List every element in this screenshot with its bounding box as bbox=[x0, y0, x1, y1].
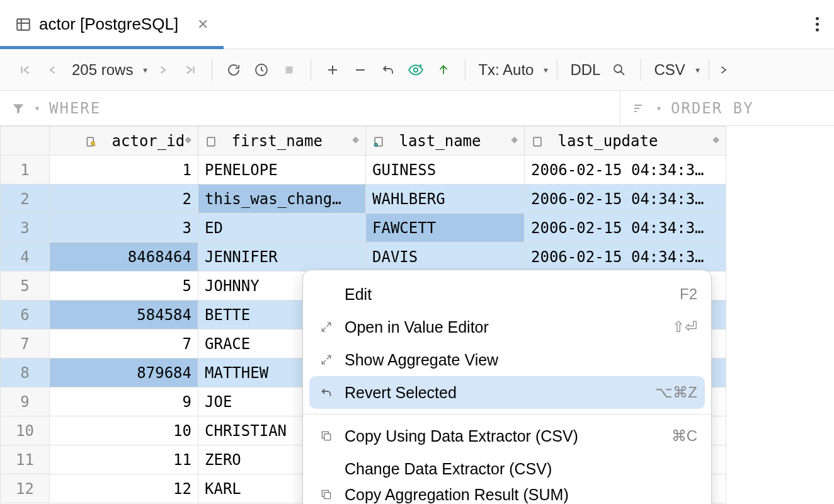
sort-icon: ◆ bbox=[511, 132, 518, 146]
row-number[interactable]: 3 bbox=[1, 214, 50, 243]
cell-id[interactable]: 584584 bbox=[50, 301, 198, 329]
filter-bar: ▾ WHERE ▾ ORDER BY bbox=[0, 91, 834, 126]
reload-button[interactable] bbox=[221, 57, 246, 83]
cell-id[interactable]: 8468464 bbox=[50, 243, 198, 272]
expand-icon bbox=[317, 353, 336, 366]
row-number[interactable]: 9 bbox=[1, 387, 50, 416]
svg-rect-7 bbox=[207, 137, 215, 146]
menu-open-value-editor[interactable]: Open in Value Editor ⇧⏎ bbox=[303, 311, 711, 343]
chevron-down-icon: ▾ bbox=[695, 65, 700, 75]
cell-id[interactable]: 3 bbox=[50, 214, 198, 243]
svg-point-9 bbox=[374, 143, 377, 146]
cell-first[interactable]: ED bbox=[198, 214, 366, 243]
export-button[interactable]: CSV bbox=[650, 61, 688, 79]
copy-icon bbox=[317, 488, 336, 501]
row-number[interactable]: 8 bbox=[1, 358, 50, 387]
row-number[interactable]: 11 bbox=[1, 445, 50, 474]
table-row[interactable]: 33EDFAWCETT2006-02-15 04:34:3… bbox=[1, 214, 726, 243]
column-header-last-update[interactable]: last_update ◆ bbox=[525, 127, 726, 156]
remove-row-button[interactable] bbox=[348, 57, 373, 83]
svg-point-4 bbox=[614, 65, 622, 72]
chevron-down-icon: ▾ bbox=[544, 65, 548, 75]
last-page-button[interactable] bbox=[178, 57, 203, 83]
stop-button[interactable] bbox=[277, 57, 302, 83]
cell-id[interactable]: 9 bbox=[50, 387, 198, 416]
first-page-button[interactable] bbox=[13, 57, 38, 83]
row-number[interactable]: 2 bbox=[1, 185, 50, 214]
more-menu-button[interactable] bbox=[801, 17, 834, 32]
cell-update[interactable]: 2006-02-15 04:34:3… bbox=[525, 185, 726, 214]
sort-icon: ◆ bbox=[352, 132, 359, 146]
cell-id[interactable]: 7 bbox=[50, 329, 198, 358]
menu-copy-extractor[interactable]: Copy Using Data Extractor (CSV) ⌘C bbox=[303, 420, 711, 452]
submit-button[interactable] bbox=[431, 57, 456, 83]
table-row[interactable]: 11PENELOPEGUINESS2006-02-15 04:34:3… bbox=[1, 156, 726, 185]
cell-id[interactable]: 10 bbox=[50, 416, 198, 445]
filter-icon bbox=[11, 101, 25, 115]
svg-point-3 bbox=[414, 67, 418, 72]
cell-id[interactable]: 879684 bbox=[50, 358, 198, 387]
menu-copy-aggregation[interactable]: Copy Aggregation Result (SUM) bbox=[303, 485, 711, 504]
cell-update[interactable]: 2006-02-15 04:34:3… bbox=[525, 214, 726, 243]
table-row[interactable]: 22this_was_chang…WAHLBERG2006-02-15 04:3… bbox=[1, 185, 726, 214]
context-menu: Edit F2 Open in Value Editor ⇧⏎ Show Agg… bbox=[302, 270, 712, 504]
cell-first[interactable]: JENNIFER bbox=[198, 243, 366, 272]
row-number[interactable]: 4 bbox=[1, 243, 50, 272]
tab-actor[interactable]: actor [PostgreSQL] ✕ bbox=[0, 0, 224, 49]
cell-id[interactable]: 11 bbox=[50, 445, 198, 474]
preview-button[interactable] bbox=[403, 57, 428, 83]
row-number[interactable]: 5 bbox=[1, 272, 50, 301]
orderby-filter[interactable]: ▾ ORDER BY bbox=[620, 91, 834, 125]
add-row-button[interactable] bbox=[320, 57, 345, 83]
column-header-last-name[interactable]: last_name ◆ bbox=[366, 127, 525, 156]
menu-edit[interactable]: Edit F2 bbox=[303, 278, 711, 311]
orderby-label: ORDER BY bbox=[671, 100, 754, 117]
column-icon bbox=[205, 135, 217, 148]
row-number[interactable]: 10 bbox=[1, 416, 50, 445]
cell-update[interactable]: 2006-02-15 04:34:3… bbox=[525, 156, 726, 185]
svg-rect-11 bbox=[324, 434, 331, 440]
search-button[interactable] bbox=[607, 57, 632, 83]
cell-id[interactable]: 2 bbox=[50, 185, 198, 214]
tx-mode-button[interactable]: Tx: Auto bbox=[474, 61, 537, 79]
corner-cell[interactable] bbox=[1, 127, 50, 156]
sort-icon bbox=[632, 101, 647, 116]
where-filter[interactable]: ▾ WHERE bbox=[0, 91, 620, 125]
row-number[interactable]: 7 bbox=[1, 329, 50, 358]
cell-last[interactable]: GUINESS bbox=[366, 156, 525, 185]
menu-change-extractor[interactable]: Change Data Extractor (CSV) bbox=[303, 452, 711, 485]
cell-last[interactable]: DAVIS bbox=[366, 243, 525, 272]
cell-first[interactable]: this_was_chang… bbox=[198, 185, 366, 214]
row-number[interactable]: 6 bbox=[1, 301, 50, 329]
table-icon bbox=[15, 16, 31, 33]
cell-last[interactable]: FAWCETT bbox=[366, 214, 525, 243]
key-column-icon bbox=[85, 135, 98, 148]
cell-id[interactable]: 1 bbox=[50, 156, 198, 185]
cell-id[interactable]: 12 bbox=[50, 474, 198, 503]
cell-id[interactable]: 5 bbox=[50, 272, 198, 301]
cell-last[interactable]: WAHLBERG bbox=[366, 185, 525, 214]
more-toolbar-button[interactable] bbox=[711, 57, 736, 83]
close-icon[interactable]: ✕ bbox=[197, 16, 208, 33]
schedule-button[interactable] bbox=[249, 57, 274, 83]
menu-revert-selected[interactable]: Revert Selected ⌥⌘Z bbox=[309, 376, 705, 409]
row-count-label[interactable]: 205 rows bbox=[68, 61, 137, 79]
menu-aggregate-view[interactable]: Show Aggregate View bbox=[303, 343, 711, 376]
prev-page-button[interactable] bbox=[40, 57, 66, 83]
revert-button[interactable] bbox=[375, 57, 401, 83]
ddl-button[interactable]: DDL bbox=[566, 61, 604, 79]
table-row[interactable]: 48468464JENNIFERDAVIS2006-02-15 04:34:3… bbox=[1, 243, 726, 272]
column-header-actor-id[interactable]: actor_id ◆ bbox=[50, 127, 198, 156]
header-row: actor_id ◆ first_name ◆ last_name ◆ last… bbox=[1, 127, 726, 156]
cell-update[interactable]: 2006-02-15 04:34:3… bbox=[525, 243, 726, 272]
next-page-button[interactable] bbox=[150, 57, 175, 83]
column-icon bbox=[531, 135, 544, 148]
tab-title: actor [PostgreSQL] bbox=[39, 14, 178, 34]
column-header-first-name[interactable]: first_name ◆ bbox=[198, 127, 366, 156]
row-number[interactable]: 12 bbox=[1, 474, 50, 503]
cell-first[interactable]: PENELOPE bbox=[198, 156, 366, 185]
row-number[interactable]: 1 bbox=[1, 156, 50, 185]
copy-icon bbox=[317, 430, 336, 442]
kebab-icon bbox=[816, 17, 819, 32]
svg-rect-12 bbox=[324, 493, 331, 499]
